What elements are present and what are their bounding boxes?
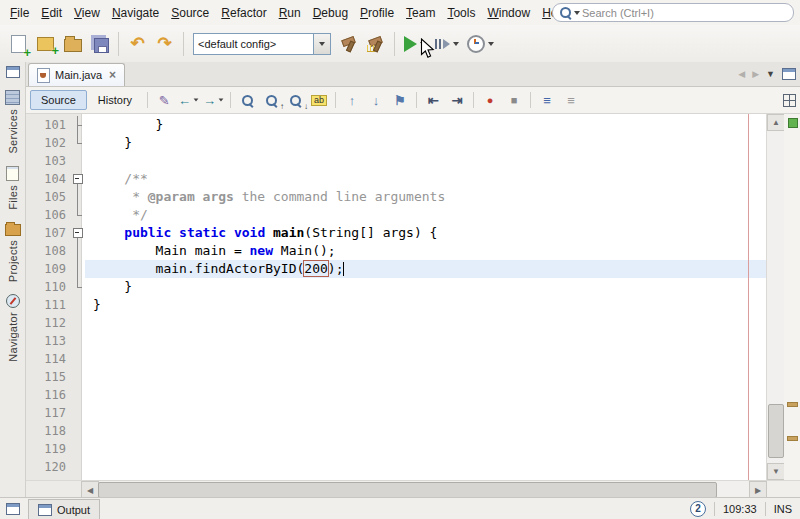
scroll-tabs-left-icon[interactable]: ◀ xyxy=(738,69,745,79)
split-editor-icon[interactable] xyxy=(783,94,796,107)
horizontal-scrollbar[interactable]: ◀ ▶ xyxy=(81,481,767,498)
clean-build-button[interactable] xyxy=(362,30,389,57)
code-line-119[interactable]: 119 xyxy=(26,440,767,458)
redo-button[interactable]: ↷ xyxy=(151,30,178,57)
comment-button[interactable]: ≡ xyxy=(535,90,559,110)
fold-margin[interactable] xyxy=(70,170,85,188)
collapse-fold-icon[interactable] xyxy=(73,174,83,184)
fold-margin xyxy=(70,422,85,440)
save-all-button[interactable] xyxy=(86,30,113,57)
tab-main-java[interactable]: Main.java × xyxy=(28,63,125,86)
back-button[interactable]: ← xyxy=(176,90,201,110)
sidebar-tab-files[interactable]: Files xyxy=(5,166,21,210)
menu-debug[interactable]: Debug xyxy=(307,4,354,22)
build-project-button[interactable] xyxy=(335,30,362,57)
code-line-104[interactable]: 104 /** xyxy=(26,170,767,188)
sidebar-tab-navigator[interactable]: Navigator xyxy=(5,294,21,362)
horizontal-scroll-thumb[interactable] xyxy=(98,482,717,498)
menu-file[interactable]: File xyxy=(4,4,35,22)
fold-margin[interactable] xyxy=(70,224,85,242)
debug-dropdown-icon[interactable] xyxy=(453,42,459,46)
find-previous-occurrence-button[interactable]: ↑ xyxy=(259,90,283,110)
menu-view[interactable]: View xyxy=(68,4,106,22)
code-line-111[interactable]: 111} xyxy=(26,296,767,314)
history-view-button[interactable]: History xyxy=(87,90,143,110)
code-line-110[interactable]: 110 } xyxy=(26,278,767,296)
source-view-button[interactable]: Source xyxy=(30,90,87,110)
start-macro-recording-button[interactable]: ● xyxy=(478,90,502,110)
menu-source[interactable]: Source xyxy=(165,4,215,22)
menu-profile[interactable]: Profile xyxy=(354,4,400,22)
error-stripe[interactable] xyxy=(784,114,800,480)
profile-dropdown-icon[interactable] xyxy=(488,42,494,46)
toggle-highlight-search-button[interactable]: ab xyxy=(307,90,331,110)
scroll-down-icon[interactable]: ▼ xyxy=(767,463,785,480)
new-file-button[interactable] xyxy=(5,30,32,57)
code-line-102[interactable]: 102 } xyxy=(26,134,767,152)
new-project-button[interactable] xyxy=(32,30,59,57)
separator xyxy=(183,32,184,56)
config-dropdown[interactable]: <default config> xyxy=(193,33,331,55)
forward-button[interactable]: → xyxy=(201,90,226,110)
open-project-button[interactable] xyxy=(59,30,86,57)
code-line-105[interactable]: 105 * @param args the command line argum… xyxy=(26,188,767,206)
code-line-117[interactable]: 117 xyxy=(26,404,767,422)
shift-line-left-button[interactable]: ⇤ xyxy=(421,90,445,110)
tab-list-dropdown-icon[interactable]: ▼ xyxy=(766,69,775,79)
menu-edit[interactable]: Edit xyxy=(35,4,68,22)
tab-close-icon[interactable]: × xyxy=(109,68,116,82)
profile-project-button[interactable] xyxy=(463,35,498,53)
toggle-bookmark-button[interactable]: ⚑ xyxy=(388,90,412,110)
next-bookmark-button[interactable]: ↓ xyxy=(364,90,388,110)
menu-run[interactable]: Run xyxy=(273,4,307,22)
output-window-tab[interactable]: Output xyxy=(28,499,100,519)
quick-search[interactable] xyxy=(552,3,794,22)
code-line-114[interactable]: 114 xyxy=(26,350,767,368)
menu-refactor[interactable]: Refactor xyxy=(215,4,272,22)
config-dropdown-button[interactable] xyxy=(313,34,330,54)
code-line-106[interactable]: 106 */ xyxy=(26,206,767,224)
menu-window[interactable]: Window xyxy=(481,4,536,22)
stop-macro-recording-button[interactable]: ■ xyxy=(502,90,526,110)
code-line-113[interactable]: 113 xyxy=(26,332,767,350)
code-line-108[interactable]: 108 Main main = new Main(); xyxy=(26,242,767,260)
menu-tools[interactable]: Tools xyxy=(441,4,481,22)
last-edit-position-button[interactable]: ✎ xyxy=(152,90,176,110)
uncomment-button[interactable]: ≡ xyxy=(559,90,583,110)
maximize-window-icon[interactable] xyxy=(782,68,796,80)
find-selection-button[interactable] xyxy=(235,90,259,110)
sidebar-tab-projects[interactable]: Projects xyxy=(5,221,21,282)
scroll-tabs-right-icon[interactable]: ▶ xyxy=(752,69,759,79)
sidebar-tab-services[interactable]: Services xyxy=(5,90,21,154)
find-next-occurrence-button[interactable]: ↓ xyxy=(283,90,307,110)
error-stripe-mark[interactable] xyxy=(787,402,798,407)
vertical-scroll-thumb[interactable] xyxy=(768,404,784,458)
menu-team[interactable]: Team xyxy=(400,4,441,22)
chevron-down-icon[interactable] xyxy=(194,98,199,101)
previous-bookmark-button[interactable]: ↑ xyxy=(340,90,364,110)
restore-window-icon[interactable] xyxy=(6,503,20,515)
menu-navigate[interactable]: Navigate xyxy=(106,4,165,22)
collapse-fold-icon[interactable] xyxy=(73,228,83,238)
code-editor[interactable]: 101 }102 }103104 /**105 * @param args th… xyxy=(26,114,800,480)
code-line-101[interactable]: 101 } xyxy=(26,116,767,134)
code-line-115[interactable]: 115 xyxy=(26,368,767,386)
code-line-103[interactable]: 103 xyxy=(26,152,767,170)
vertical-scrollbar[interactable]: ▲ ▼ xyxy=(766,114,784,480)
shift-line-right-icon: ⇥ xyxy=(452,94,463,107)
search-input[interactable] xyxy=(580,6,787,20)
window-group-icon[interactable] xyxy=(6,66,20,78)
error-stripe-mark[interactable] xyxy=(787,436,798,441)
shift-line-right-button[interactable]: ⇥ xyxy=(445,90,469,110)
code-line-118[interactable]: 118 xyxy=(26,422,767,440)
notifications-badge[interactable]: 2 xyxy=(690,501,706,517)
scroll-up-icon[interactable]: ▲ xyxy=(767,114,785,131)
code-line-120[interactable]: 120 xyxy=(26,458,767,476)
undo-button[interactable]: ↶ xyxy=(124,30,151,57)
code-line-109[interactable]: 109 main.findActorByID(200); xyxy=(26,260,767,278)
chevron-down-icon[interactable] xyxy=(219,98,224,101)
code-line-112[interactable]: 112 xyxy=(26,314,767,332)
code-line-107[interactable]: 107 public static void main(String[] arg… xyxy=(26,224,767,242)
code-line-116[interactable]: 116 xyxy=(26,386,767,404)
previous-bookmark-icon: ↑ xyxy=(349,94,356,107)
